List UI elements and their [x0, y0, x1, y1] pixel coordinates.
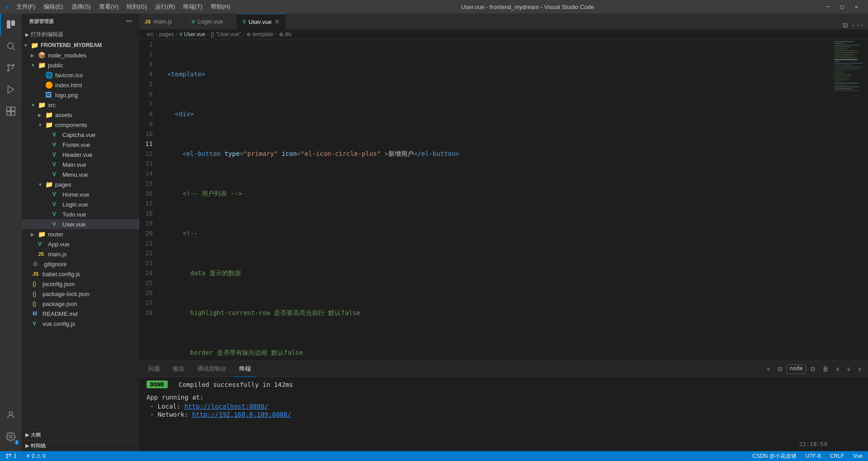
sidebar-item-public[interactable]: ▼ 📁 public	[22, 60, 139, 70]
bc-src[interactable]: src	[146, 31, 154, 38]
timeline-header[interactable]: ▶ 时间线	[22, 441, 139, 451]
sidebar-item-login[interactable]: V Login.vue	[22, 199, 139, 209]
sidebar-item-main-vue[interactable]: V Main.vue	[22, 160, 139, 169]
sidebar-item-logo[interactable]: 🖼 logo.png	[22, 90, 139, 100]
menu-help[interactable]: 帮助(H)	[207, 3, 234, 11]
timeline-section: ▶ 时间线	[22, 440, 139, 451]
sidebar-item-router[interactable]: ▶ 📁 router	[22, 229, 139, 239]
sidebar-item-todo[interactable]: V Todo.vue	[22, 209, 139, 219]
minimize-button[interactable]: ─	[821, 0, 835, 14]
line-ending-label[interactable]: CRLF	[828, 453, 846, 459]
chevron-down-icon[interactable]: ∨	[844, 364, 853, 374]
menu-terminal[interactable]: 终端(T)	[179, 3, 206, 11]
split-terminal-icon[interactable]: ⧉	[775, 364, 785, 374]
trash-icon[interactable]: 🗑	[820, 364, 831, 374]
settings-icon[interactable]: 1	[0, 426, 22, 447]
sidebar-item-vue-config[interactable]: V vue.config.js	[22, 319, 139, 329]
git-branch[interactable]: 1	[4, 453, 19, 459]
code-editor[interactable]: 1 2 3 4 5 6 7 8 9 10 11 12 13 14	[139, 39, 868, 361]
terminal-time: 22:18:59	[799, 441, 827, 447]
sidebar-item-package-lock[interactable]: {} package-lock.json	[22, 289, 139, 299]
readme-label: README.md	[42, 310, 77, 317]
window-controls: ─ □ ✕	[821, 0, 863, 14]
tab-login-vue[interactable]: V Login.vue ✕	[186, 14, 237, 29]
tab-user-vue[interactable]: V User.vue ✕	[237, 14, 286, 29]
panel-tab-terminal[interactable]: 终端	[234, 361, 256, 377]
maximize-button[interactable]: □	[835, 0, 849, 14]
menu-goto[interactable]: 转到(G)	[123, 3, 151, 11]
sidebar-item-readme[interactable]: M README.md	[22, 309, 139, 319]
breadcrumb: src › pages › V User.vue › {} "User.vue"…	[139, 29, 868, 39]
close-panel-icon[interactable]: ✕	[855, 364, 864, 374]
sidebar-item-pages[interactable]: ▼ 📁 pages	[22, 179, 139, 189]
more-actions-icon[interactable]: ···	[851, 21, 864, 29]
sidebar-item-menu[interactable]: V Menu.vue	[22, 169, 139, 179]
bc-div[interactable]: ⊕ div	[279, 31, 292, 38]
explorer-icon[interactable]	[0, 14, 22, 35]
sidebar-item-node-modules[interactable]: ▶ 📦 node_modules	[22, 50, 139, 60]
bc-obj[interactable]: {} "User.vue"	[211, 31, 241, 38]
sidebar-item-favicon[interactable]: 🌐 favicon.ico	[22, 70, 139, 80]
language-label[interactable]: Vue	[851, 453, 864, 459]
json-icon: {}	[33, 291, 41, 297]
extensions-icon[interactable]	[0, 100, 22, 122]
errors-count[interactable]: ✕ 0 ⚠ 0	[24, 453, 47, 459]
sidebar-item-home[interactable]: V Home.vue	[22, 189, 139, 199]
sidebar-item-user[interactable]: V User.vue	[22, 219, 139, 229]
panel-tab-debug-console[interactable]: 调试控制台	[192, 361, 232, 377]
outline-header[interactable]: ▶ 大纲	[22, 430, 139, 440]
sidebar-item-footer[interactable]: V Footer.vue	[22, 140, 139, 150]
sidebar-item-assets[interactable]: ▶ 📁 assets	[22, 110, 139, 120]
local-url[interactable]: http://localhost:8080/	[184, 403, 268, 410]
jsconfig-label: jsconfig.json	[42, 281, 75, 287]
tab-close-icon[interactable]: ✕	[274, 18, 280, 25]
sidebar-more-icon[interactable]: ···	[126, 17, 132, 25]
close-button[interactable]: ✕	[849, 0, 863, 14]
menu-select[interactable]: 选择(S)	[68, 3, 94, 11]
split-panel-icon[interactable]: ⧉	[808, 364, 818, 374]
sidebar-item-gitignore[interactable]: ⚙ .gitignore	[22, 259, 139, 269]
index-html-label: index.html	[55, 82, 82, 89]
sidebar-item-index-html[interactable]: 🟠 index.html	[22, 80, 139, 90]
network-url[interactable]: http://192.168.0.109:8080/	[192, 411, 291, 418]
sidebar-item-babel[interactable]: JS babel.config.js	[22, 269, 139, 279]
folder-icon: 📁	[45, 111, 53, 118]
panel-tab-problems[interactable]: 问题	[143, 361, 165, 377]
sidebar-item-components[interactable]: ▼ 📁 components	[22, 120, 139, 130]
sidebar-item-src[interactable]: ▼ 📁 src	[22, 100, 139, 110]
done-badge: DONE	[146, 381, 168, 388]
tab-main-js[interactable]: JS main.js ✕	[139, 14, 186, 29]
menu-run[interactable]: 运行(R)	[151, 3, 179, 11]
menu-view[interactable]: 查看(V)	[95, 3, 122, 11]
src-label: src	[48, 102, 56, 108]
menu-edit[interactable]: 编辑(E)	[40, 3, 66, 11]
sidebar-item-package[interactable]: {} package.json	[22, 299, 139, 309]
debug-icon[interactable]	[0, 79, 22, 100]
bc-pages[interactable]: pages	[159, 31, 174, 38]
sidebar-item-jsconfig[interactable]: {} jsconfig.json	[22, 279, 139, 289]
code-content[interactable]: <template> <div> <el-button type="primar…	[162, 39, 832, 361]
bc-file[interactable]: V User.vue	[179, 31, 205, 38]
code-line-7: highlight-current-row 是否要高亮当前行 默认false	[167, 308, 832, 318]
git-icon[interactable]	[0, 57, 22, 79]
panel-tab-output[interactable]: 输出	[167, 361, 190, 377]
menu-file[interactable]: 文件(F)	[13, 3, 39, 11]
chevron-up-icon[interactable]: ∧	[833, 364, 842, 374]
add-terminal-icon[interactable]: +	[764, 364, 773, 374]
split-editor-icon[interactable]: ⧉	[843, 21, 848, 29]
file-icon: ⚙	[33, 260, 41, 268]
main-layout: 1 资源管理器 ··· ▶ 打开的编辑器 ▼ 📁 FRONTEND_MYDREA…	[0, 14, 868, 461]
sidebar-item-main-js[interactable]: JS main.js	[22, 249, 139, 259]
sidebar-item-app[interactable]: V App.vue	[22, 239, 139, 249]
feedback-label: CSDN @小花皮猪	[750, 452, 798, 460]
search-icon[interactable]	[0, 35, 22, 57]
encoding-label[interactable]: UTF-8	[804, 453, 823, 459]
logo-label: logo.png	[55, 92, 78, 99]
open-editors-section[interactable]: ▶ 打开的编辑器	[22, 29, 139, 40]
bc-template[interactable]: ⊕ template	[246, 31, 273, 38]
project-root[interactable]: ▼ 📁 FRONTEND_MYDREAM	[22, 40, 139, 50]
sidebar-item-captcha[interactable]: V Captcha.vue	[22, 130, 139, 140]
titlebar: ✕ 文件(F) 编辑(E) 选择(S) 查看(V) 转到(G) 运行(R) 终端…	[0, 0, 868, 14]
account-icon[interactable]	[0, 404, 22, 426]
sidebar-item-header[interactable]: V Header.vue	[22, 150, 139, 160]
